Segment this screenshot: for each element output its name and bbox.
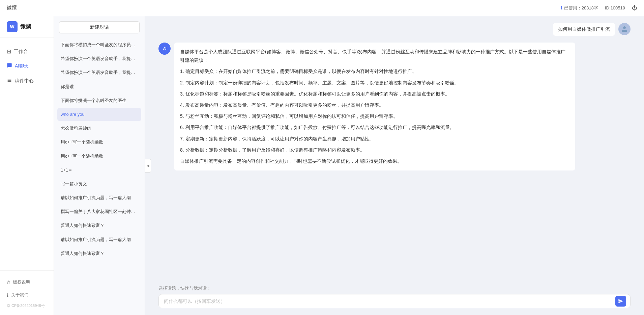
new-conversation-button[interactable]: 新建对话 [59, 21, 140, 33]
list-item[interactable]: 希望你扮演一个英语发音助手，我提供给你... [57, 66, 141, 79]
chat-input-area: 选择话题，快速与我对话： [145, 282, 644, 315]
conversation-list: 下面你将模拟成一个叫圣友的程序员，我说... 希望你扮演一个英语发音助手，我提供… [54, 37, 145, 315]
icp-text: 京ICP备2022015948号 [0, 301, 54, 310]
components-icon [7, 78, 12, 84]
list-item[interactable]: 下面你将模拟成一个叫圣友的程序员，我说... [57, 38, 141, 51]
sidebar-item-label: AI聊天 [15, 63, 29, 69]
user-id: ID:100519 [605, 5, 625, 10]
sidebar-item-workspace[interactable]: ⊞ 工作台 [0, 44, 54, 59]
usage-info: ℹ 已使用：28318字 [561, 5, 598, 11]
list-item[interactable]: 写一篇小黄文 [57, 178, 141, 190]
input-box [158, 294, 631, 308]
collapse-button[interactable]: ◀ [145, 159, 151, 173]
ai-avatar: AI [158, 43, 171, 55]
topbar: 微撰 ℹ 已使用：28318字 ID:100519 ⏻ [0, 0, 644, 16]
ai-message: AI 自媒体平台是个人或团队通过互联网平台(如博客、微博、微信公众号、抖音、快手… [158, 43, 631, 170]
list-item[interactable]: 下面你将扮演一个名叫圣友的医生 [57, 94, 141, 107]
chat-messages: 如何用自媒体做推广引流 AI 自媒体平台是个人或团队通过互联网平台(如博客、微博… [145, 16, 644, 282]
list-item[interactable]: 怎么做狗屎炒肉 [57, 122, 141, 135]
quick-topics-label: 选择话题，快速与我对话： [158, 285, 631, 291]
logo-icon: W [7, 21, 18, 32]
sidebar-item-components[interactable]: 稿件中心 [0, 74, 54, 88]
sidebar-item-ai-chat[interactable]: AI聊天 [0, 59, 54, 74]
ai-text-para: 6. 利用平台推广功能：自媒体平台都提供了推广功能，如广告投放、付费推广等，可以… [180, 123, 569, 132]
topbar-title: 微撰 [7, 5, 17, 11]
list-item[interactable]: who are you [57, 108, 141, 121]
list-item[interactable]: 1+1＝ [57, 164, 141, 177]
user-avatar [618, 23, 631, 35]
ai-text-para: 2. 制定内容计划：制定一份详细的内容计划，包括发布时间、频率、主题、文案、图片… [180, 79, 569, 87]
list-item[interactable]: 撰写一篇关于八大家花圃社区一刻钟便民生... [57, 205, 141, 218]
ai-text-para: 1. 确定目标受众：在开始自媒体推广引流之前，需要明确目标受众是谁，以便在发布内… [180, 67, 569, 76]
main-layout: W 微撰 ⊞ 工作台 AI聊天 稿件中心 © [0, 16, 644, 315]
usage-icon: ℹ [561, 5, 562, 10]
workspace-icon: ⊞ [7, 48, 11, 55]
power-icon[interactable]: ⏻ [632, 5, 637, 11]
chevron-left-icon: ◀ [147, 164, 149, 167]
topbar-right: ℹ 已使用：28318字 ID:100519 ⏻ [561, 5, 637, 11]
sidebar-item-about[interactable]: ℹ 关于我们 [0, 289, 54, 301]
sidebar-bottom: © 版权说明 ℹ 关于我们 京ICP备2022015948号 [0, 270, 54, 315]
chat-area: 如何用自媒体做推广引流 AI 自媒体平台是个人或团队通过互联网平台(如博客、微博… [145, 16, 644, 315]
list-item[interactable]: 希望你扮演一个英语发音助手，我提供给你... [57, 52, 141, 65]
ai-text-para: 3. 优化标题和标签：标题和标签是吸引粉丝的重要因素。优化标题和标签可以让更多的… [180, 90, 569, 98]
sidebar-nav: ⊞ 工作台 AI聊天 稿件中心 [0, 37, 54, 270]
send-button[interactable] [615, 296, 626, 307]
list-item[interactable]: 请以如何推广引流为题，写一篇大纲 [57, 233, 141, 246]
about-icon: ℹ [7, 293, 8, 298]
sidebar: W 微撰 ⊞ 工作台 AI聊天 稿件中心 © [0, 16, 54, 315]
list-item[interactable]: 请以如何推广引流为题，写一篇大纲 [57, 191, 141, 204]
ai-text-para: 7. 定期更新：定期更新内容，保持活跃度，可以让用户对你的内容产生兴趣，增加用户… [180, 135, 569, 143]
sidebar-item-label: 关于我们 [11, 292, 29, 298]
list-item[interactable]: 用c++写一个随机函数 [57, 150, 141, 163]
list-item[interactable]: 用c++写一个随机函数 [57, 136, 141, 149]
sidebar-item-label: 版权说明 [13, 279, 30, 285]
user-message-text: 如何用自媒体做推广引流 [558, 26, 610, 32]
user-message: 如何用自媒体做推广引流 [158, 23, 631, 36]
usage-text: 已使用：28318字 [564, 5, 598, 11]
ai-text-para: 4. 发布高质量内容：发布高质量、有价值、有趣的内容可以吸引更多的粉丝，并提高用… [180, 101, 569, 109]
ai-bubble: 自媒体平台是个人或团队通过互联网平台(如博客、微博、微信公众号、抖音、快手等)发… [174, 43, 575, 170]
ai-text-para: 5. 与粉丝互动：积极与粉丝互动，回复评论和私信，可以增加用户对你的认可和信任，… [180, 112, 569, 121]
list-item[interactable]: 普通人如何快速致富？ [57, 219, 141, 232]
ai-text-para: 自媒体推广引流需要具备一定的内容创作和社交能力，同时也需要不断尝试和优化，才能取… [180, 157, 569, 165]
sidebar-item-label: 稿件中心 [15, 78, 34, 84]
logo-text: 微撰 [20, 23, 31, 30]
chat-input[interactable] [164, 298, 613, 304]
sidebar-item-copyright[interactable]: © 版权说明 [0, 276, 54, 289]
list-item[interactable]: 你是谁 [57, 80, 141, 93]
sidebar-item-label: 工作台 [14, 49, 28, 55]
ai-text-para: 8. 分析数据：定期分析数据，了解用户反馈和喜好，以便调整推广策略和内容发布频率… [180, 146, 569, 154]
copyright-icon: © [7, 280, 10, 285]
ai-avatar-text: AI [163, 47, 166, 51]
list-item[interactable]: 普通人如何快速致富？ [57, 247, 141, 260]
chat-icon [7, 63, 12, 70]
ai-text-para: 自媒体平台是个人或团队通过互联网平台(如博客、微博、微信公众号、抖音、快手等)发… [180, 48, 569, 64]
conv-panel: 新建对话 下面你将模拟成一个叫圣友的程序员，我说... 希望你扮演一个英语发音助… [54, 16, 145, 315]
user-bubble: 如何用自媒体做推广引流 [553, 23, 615, 36]
